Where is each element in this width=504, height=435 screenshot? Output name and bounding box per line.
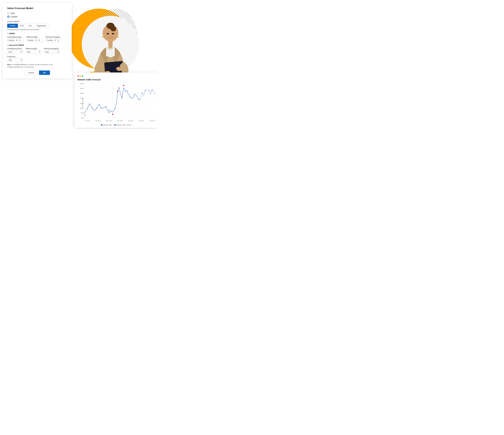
legend-traffic-checkbox[interactable] [101, 124, 102, 126]
moving-average-q-number[interactable] [57, 39, 62, 42]
chart-container: 18000 16500 15000 13500 12000 10500 9000… [77, 83, 155, 123]
svg-rect-3 [108, 40, 113, 48]
differencing-d-number[interactable] [38, 39, 43, 42]
choose-model-label: Choose Model: [7, 20, 67, 23]
cancel-button[interactable]: Cancel [25, 70, 37, 75]
forecast-line [140, 89, 155, 100]
x-label-sep2024: Sep 2024 [139, 120, 144, 121]
autoregressive-p-select[interactable]: Custom Auto [7, 39, 19, 42]
differencing-d-inputs: Custom Auto [26, 39, 43, 42]
moving-average-q-label: Moving Average(q): [46, 36, 62, 38]
differencing-d-select[interactable]: Custom Auto [26, 39, 38, 42]
x-axis: Jun 2023 Sep 2023 DEC 2023 Mar 2024 Jun … [85, 120, 155, 123]
sarima-params-row: AutoRegressive(P): Auto Custom Differenc… [7, 48, 67, 54]
x-label-jun2024: Jun 2024 [128, 120, 133, 121]
moving-average-Q-group: Moving Average(Q): Auto Custom [44, 48, 60, 54]
tab-stl[interactable]: STL [26, 24, 35, 28]
sarima-chevron-icon: ▾ [7, 44, 8, 46]
radio-auto-label: Auto [11, 12, 15, 14]
data-point [138, 99, 139, 100]
differencing-D-group: Differencing(D): Auto Custom [26, 48, 41, 54]
radio-custom-circle [7, 16, 9, 18]
x-label-jun2023: Jun 2023 [85, 120, 90, 121]
anomaly-min [112, 113, 113, 115]
note-content: For ARIMA/SARIMA p,d,q values should be … [7, 64, 53, 68]
svg-point-2 [110, 26, 116, 31]
arima-section-title: ARIMA [9, 32, 15, 35]
differencing-D-select[interactable]: Auto Custom [26, 50, 41, 54]
tab-regression[interactable]: Regression [34, 24, 49, 28]
data-point [115, 108, 115, 109]
moving-average-Q-inputs: Auto Custom [44, 50, 60, 54]
data-point [109, 110, 110, 111]
traffic-line [85, 87, 140, 113]
svg-point-11 [117, 36, 119, 38]
forecast-point [142, 93, 143, 93]
arima-note: Note: For ARIMA/SARIMA p,d,q values shou… [7, 64, 67, 68]
data-point [92, 108, 93, 108]
minimize-dot [80, 75, 81, 77]
chart-area [85, 83, 155, 119]
y-label-16500: 16500 [80, 88, 84, 89]
tab-arima[interactable]: ARIMA [7, 24, 18, 28]
moving-average-Q-label: Moving Average(Q): [44, 48, 60, 50]
autoregressive-p-inputs: Custom Auto [7, 39, 24, 42]
data-point [85, 112, 85, 113]
radio-auto-circle [7, 12, 9, 14]
legend-traffic: Website Traffic [101, 124, 112, 126]
differencing-D-label: Differencing(D): [26, 48, 41, 50]
close-dot [77, 75, 79, 77]
moving-average-q-select[interactable]: Custom Auto [46, 39, 57, 42]
autoregressive-P-label: AutoRegressive(P): [7, 48, 23, 50]
dialog-actions: Cancel OK [7, 70, 67, 75]
sarima-section-header[interactable]: ▾ Seasonal ARIMA [7, 44, 67, 46]
autoregressive-p-group: AutoRegressive(p): Custom Auto [7, 36, 24, 42]
autoregressive-P-select[interactable]: Auto Custom [7, 50, 23, 54]
forecast-point [149, 90, 150, 91]
model-tab-group: ARIMA ETS STL Regression [7, 24, 67, 28]
sarima-section-title: Seasonal ARIMA [9, 44, 24, 46]
window-controls [77, 75, 155, 77]
y-label-15000: 15000 [80, 93, 84, 94]
arima-section-header[interactable]: ▾ ARIMA [7, 32, 67, 35]
chart-legend: Website Traffic Website Traffic, Forecas… [77, 124, 155, 126]
differencing-D-inputs: Auto Custom [26, 50, 41, 54]
y-label-18000: 18000 [80, 83, 84, 84]
data-point [126, 90, 127, 91]
autoregressive-P-inputs: Auto Custom [7, 50, 23, 54]
x-label-dec2024: Dec 2024 [149, 120, 155, 121]
radio-auto[interactable]: Auto [7, 12, 67, 14]
arima-chevron-icon: ▾ [7, 33, 8, 34]
y-label-9000: 9000 [81, 112, 84, 114]
moving-average-Q-select[interactable]: Auto Custom [44, 50, 60, 54]
x-label-mar2024: Mar 2024 [117, 120, 123, 121]
legend-traffic-label: Website Traffic [103, 124, 112, 126]
y-label-7500: 7500 [81, 117, 84, 119]
svg-point-9 [112, 33, 114, 34]
tab-ets[interactable]: ETS [18, 24, 26, 28]
chart-svg [85, 83, 155, 119]
radio-custom-label: Custom [11, 16, 18, 18]
forecast-point [144, 90, 145, 91]
x-label-dec2023: DEC 2023 [106, 120, 112, 121]
legend-forecast-label: Website Traffic, Forecast [116, 124, 131, 126]
model-type-radio-group: Auto Custom [7, 12, 67, 18]
moving-average-q-inputs: Custom Auto [46, 39, 62, 42]
ok-button[interactable]: OK [39, 70, 50, 75]
radio-custom[interactable]: Custom [7, 16, 67, 18]
y-axis-title: Website Traffic [82, 99, 83, 107]
svg-point-10 [102, 36, 103, 38]
forecast-point [152, 90, 153, 90]
forecast-point [154, 93, 155, 94]
autoregressive-P-group: AutoRegressive(P): Auto Custom [7, 48, 23, 54]
legend-forecast-checkbox[interactable] [114, 124, 116, 126]
arima-section: ▾ ARIMA AutoRegressive(p): Custom Auto D… [7, 32, 67, 42]
frequency-group: Frequency: Auto Custom [7, 56, 67, 62]
data-point [134, 94, 135, 95]
autoregressive-p-number[interactable] [19, 39, 24, 42]
data-point [87, 108, 88, 109]
frequency-label: Frequency: [7, 56, 67, 58]
y-label-10500: 10500 [80, 107, 84, 109]
data-point [100, 108, 101, 108]
frequency-select[interactable]: Auto Custom [7, 58, 23, 62]
